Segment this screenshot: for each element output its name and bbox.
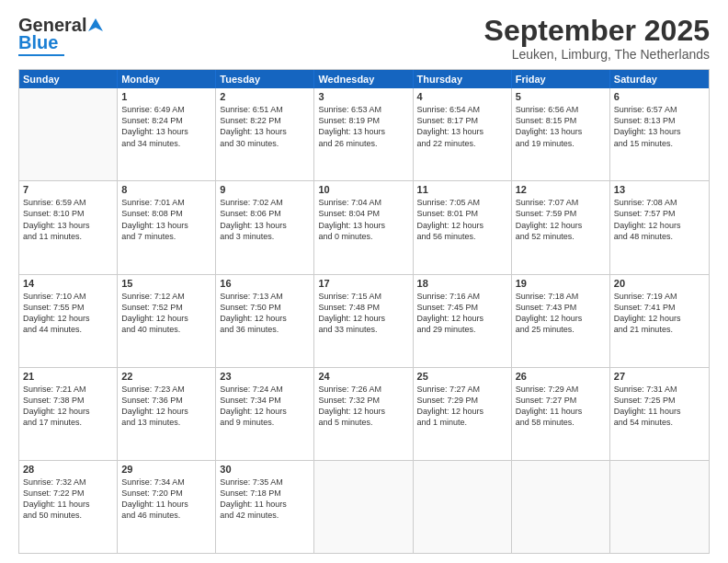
col-header-friday: Friday <box>512 70 610 88</box>
col-header-tuesday: Tuesday <box>216 70 314 88</box>
day-number: 19 <box>516 278 606 289</box>
day-info: Sunrise: 7:29 AMSunset: 7:27 PMDaylight:… <box>516 384 606 429</box>
location-title: Leuken, Limburg, The Netherlands <box>484 47 710 62</box>
calendar-header: SundayMondayTuesdayWednesdayThursdayFrid… <box>19 70 709 88</box>
day-info: Sunrise: 7:16 AMSunset: 7:45 PMDaylight:… <box>417 291 507 336</box>
cal-cell-10: 10Sunrise: 7:04 AMSunset: 8:04 PMDayligh… <box>314 181 413 273</box>
cal-cell-30: 30Sunrise: 7:35 AMSunset: 7:18 PMDayligh… <box>216 461 314 553</box>
day-info: Sunrise: 7:27 AMSunset: 7:29 PMDaylight:… <box>417 384 507 429</box>
day-info: Sunrise: 7:18 AMSunset: 7:43 PMDaylight:… <box>516 291 606 336</box>
day-number: 11 <box>417 184 507 195</box>
cal-cell-12: 12Sunrise: 7:07 AMSunset: 7:59 PMDayligh… <box>512 181 610 273</box>
day-number: 17 <box>318 278 408 289</box>
cal-cell-1: 1Sunrise: 6:49 AMSunset: 8:24 PMDaylight… <box>118 88 216 180</box>
day-info: Sunrise: 7:21 AMSunset: 7:38 PMDaylight:… <box>23 384 113 429</box>
day-number: 16 <box>220 278 310 289</box>
day-info: Sunrise: 7:04 AMSunset: 8:04 PMDaylight:… <box>318 197 408 242</box>
day-info: Sunrise: 7:24 AMSunset: 7:34 PMDaylight:… <box>220 384 310 429</box>
day-info: Sunrise: 7:12 AMSunset: 7:52 PMDaylight:… <box>121 291 211 336</box>
day-number: 26 <box>516 371 606 382</box>
col-header-saturday: Saturday <box>610 70 709 88</box>
cal-cell-34 <box>610 461 709 553</box>
day-info: Sunrise: 7:31 AMSunset: 7:25 PMDaylight:… <box>614 384 705 429</box>
cal-cell-17: 17Sunrise: 7:15 AMSunset: 7:48 PMDayligh… <box>314 275 413 367</box>
day-number: 24 <box>318 371 408 382</box>
day-number: 22 <box>121 371 211 382</box>
day-number: 8 <box>121 184 211 195</box>
day-info: Sunrise: 6:51 AMSunset: 8:22 PMDaylight:… <box>220 104 310 149</box>
day-info: Sunrise: 6:49 AMSunset: 8:24 PMDaylight:… <box>121 104 211 149</box>
cal-cell-13: 13Sunrise: 7:08 AMSunset: 7:57 PMDayligh… <box>610 181 709 273</box>
day-number: 28 <box>23 464 113 475</box>
day-info: Sunrise: 7:34 AMSunset: 7:20 PMDaylight:… <box>121 477 211 522</box>
cal-cell-31 <box>314 461 413 553</box>
cal-cell-18: 18Sunrise: 7:16 AMSunset: 7:45 PMDayligh… <box>414 275 512 367</box>
cal-cell-4: 4Sunrise: 6:54 AMSunset: 8:17 PMDaylight… <box>414 88 512 180</box>
cal-cell-3: 3Sunrise: 6:53 AMSunset: 8:19 PMDaylight… <box>314 88 413 180</box>
day-info: Sunrise: 7:08 AMSunset: 7:57 PMDaylight:… <box>614 197 705 242</box>
day-number: 23 <box>220 371 310 382</box>
cal-cell-24: 24Sunrise: 7:26 AMSunset: 7:32 PMDayligh… <box>314 368 413 460</box>
day-info: Sunrise: 6:57 AMSunset: 8:13 PMDaylight:… <box>614 104 705 149</box>
day-number: 5 <box>516 91 606 102</box>
cal-cell-16: 16Sunrise: 7:13 AMSunset: 7:50 PMDayligh… <box>216 275 314 367</box>
day-info: Sunrise: 6:54 AMSunset: 8:17 PMDaylight:… <box>417 104 507 149</box>
logo: General Blue <box>18 15 105 56</box>
month-title: September 2025 <box>484 15 710 47</box>
cal-cell-9: 9Sunrise: 7:02 AMSunset: 8:06 PMDaylight… <box>216 181 314 273</box>
cal-cell-19: 19Sunrise: 7:18 AMSunset: 7:43 PMDayligh… <box>512 275 610 367</box>
day-number: 18 <box>417 278 507 289</box>
day-number: 6 <box>614 91 705 102</box>
day-info: Sunrise: 6:59 AMSunset: 8:10 PMDaylight:… <box>23 197 113 242</box>
header: General Blue September 2025 Leuken, Limb… <box>18 15 710 62</box>
day-number: 29 <box>121 464 211 475</box>
logo-underline <box>18 54 64 56</box>
cal-cell-14: 14Sunrise: 7:10 AMSunset: 7:55 PMDayligh… <box>19 275 118 367</box>
col-header-sunday: Sunday <box>19 70 118 88</box>
cal-cell-15: 15Sunrise: 7:12 AMSunset: 7:52 PMDayligh… <box>118 275 216 367</box>
day-info: Sunrise: 7:32 AMSunset: 7:22 PMDaylight:… <box>23 477 113 522</box>
day-info: Sunrise: 7:07 AMSunset: 7:59 PMDaylight:… <box>516 197 606 242</box>
day-number: 15 <box>121 278 211 289</box>
day-info: Sunrise: 7:35 AMSunset: 7:18 PMDaylight:… <box>220 477 310 522</box>
day-number: 27 <box>614 371 705 382</box>
calendar: SundayMondayTuesdayWednesdayThursdayFrid… <box>18 69 710 554</box>
day-info: Sunrise: 7:10 AMSunset: 7:55 PMDaylight:… <box>23 291 113 336</box>
day-number: 25 <box>417 371 507 382</box>
week-row-5: 28Sunrise: 7:32 AMSunset: 7:22 PMDayligh… <box>19 460 709 553</box>
day-info: Sunrise: 7:15 AMSunset: 7:48 PMDaylight:… <box>318 291 408 336</box>
col-header-wednesday: Wednesday <box>314 70 413 88</box>
day-info: Sunrise: 7:26 AMSunset: 7:32 PMDaylight:… <box>318 384 408 429</box>
calendar-body: 1Sunrise: 6:49 AMSunset: 8:24 PMDaylight… <box>19 88 709 553</box>
cal-cell-28: 28Sunrise: 7:32 AMSunset: 7:22 PMDayligh… <box>19 461 118 553</box>
cal-cell-25: 25Sunrise: 7:27 AMSunset: 7:29 PMDayligh… <box>414 368 512 460</box>
title-block: September 2025 Leuken, Limburg, The Neth… <box>484 15 710 62</box>
day-info: Sunrise: 7:19 AMSunset: 7:41 PMDaylight:… <box>614 291 705 336</box>
page: General Blue September 2025 Leuken, Limb… <box>0 0 728 563</box>
week-row-2: 7Sunrise: 6:59 AMSunset: 8:10 PMDaylight… <box>19 180 709 273</box>
cal-cell-6: 6Sunrise: 6:57 AMSunset: 8:13 PMDaylight… <box>610 88 709 180</box>
day-info: Sunrise: 7:05 AMSunset: 8:01 PMDaylight:… <box>417 197 507 242</box>
day-number: 12 <box>516 184 606 195</box>
day-number: 13 <box>614 184 705 195</box>
day-number: 20 <box>614 278 705 289</box>
logo-blue: Blue <box>18 32 58 53</box>
day-number: 14 <box>23 278 113 289</box>
cal-cell-23: 23Sunrise: 7:24 AMSunset: 7:34 PMDayligh… <box>216 368 314 460</box>
day-number: 1 <box>121 91 211 102</box>
day-info: Sunrise: 6:56 AMSunset: 8:15 PMDaylight:… <box>516 104 606 149</box>
cal-cell-21: 21Sunrise: 7:21 AMSunset: 7:38 PMDayligh… <box>19 368 118 460</box>
cal-cell-8: 8Sunrise: 7:01 AMSunset: 8:08 PMDaylight… <box>118 181 216 273</box>
cal-cell-2: 2Sunrise: 6:51 AMSunset: 8:22 PMDaylight… <box>216 88 314 180</box>
col-header-monday: Monday <box>118 70 216 88</box>
day-info: Sunrise: 6:53 AMSunset: 8:19 PMDaylight:… <box>318 104 408 149</box>
day-number: 9 <box>220 184 310 195</box>
day-info: Sunrise: 7:01 AMSunset: 8:08 PMDaylight:… <box>121 197 211 242</box>
cal-cell-0 <box>19 88 118 180</box>
cal-cell-22: 22Sunrise: 7:23 AMSunset: 7:36 PMDayligh… <box>118 368 216 460</box>
cal-cell-27: 27Sunrise: 7:31 AMSunset: 7:25 PMDayligh… <box>610 368 709 460</box>
svg-marker-0 <box>88 18 103 31</box>
cal-cell-26: 26Sunrise: 7:29 AMSunset: 7:27 PMDayligh… <box>512 368 610 460</box>
cal-cell-20: 20Sunrise: 7:19 AMSunset: 7:41 PMDayligh… <box>610 275 709 367</box>
day-info: Sunrise: 7:02 AMSunset: 8:06 PMDaylight:… <box>220 197 310 242</box>
